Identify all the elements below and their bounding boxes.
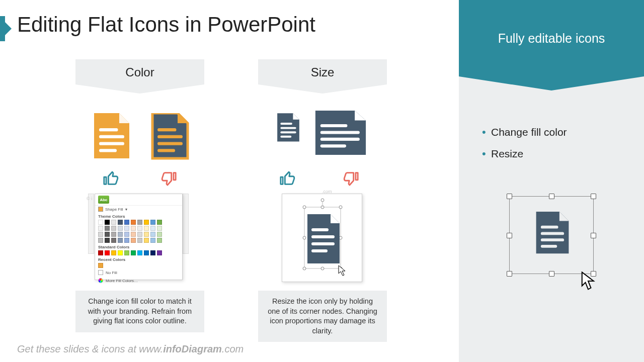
svg-rect-15 xyxy=(320,144,346,147)
paint-bucket-icon xyxy=(98,207,103,212)
svg-rect-32 xyxy=(541,232,564,235)
resize-handle-icon xyxy=(507,271,512,277)
svg-rect-13 xyxy=(320,131,360,134)
column-header-color: Color xyxy=(75,59,204,84)
svg-rect-6 xyxy=(157,142,183,145)
footer-suffix: .com xyxy=(222,343,244,354)
svg-rect-4 xyxy=(157,128,177,131)
document-large-icon xyxy=(313,108,368,160)
cursor-icon xyxy=(581,272,596,291)
svg-rect-7 xyxy=(157,149,175,152)
svg-point-21 xyxy=(321,267,324,270)
accent-arrow-icon xyxy=(5,22,12,35)
footer-brand: infoDiagram xyxy=(163,343,222,354)
sidebar-title: Fully editable icons xyxy=(459,31,644,46)
svg-rect-2 xyxy=(99,142,124,145)
color-description: Change icon fill color to match it with … xyxy=(75,291,204,332)
thumbs-down-icon xyxy=(341,170,360,187)
swatch-row xyxy=(95,219,182,225)
sidebar-bullets: Change fill color Resize xyxy=(473,126,644,169)
svg-point-20 xyxy=(303,267,306,270)
swatch-row xyxy=(95,225,182,231)
swatch-row xyxy=(95,262,182,268)
accent-bar xyxy=(0,16,5,41)
no-fill-label: No Fill xyxy=(106,270,117,275)
svg-rect-28 xyxy=(311,235,335,238)
swatch-row xyxy=(95,237,182,243)
more-colors-item: More Fill Colors… xyxy=(95,277,182,285)
footer-text: Get these slides & icons at www.infoDiag… xyxy=(17,343,244,355)
resize-handle-icon xyxy=(507,194,512,199)
chevron-down-icon xyxy=(459,76,644,90)
slide: Editing Flat Icons in PowerPoint Color S… xyxy=(0,0,644,362)
document-icon xyxy=(92,113,132,161)
resize-handle-icon xyxy=(549,271,554,277)
footer-prefix: Get these slides & icons at www. xyxy=(17,343,163,354)
size-description: Resize the icon only by holding one of i… xyxy=(258,291,387,342)
shape-preview-icon: Abc xyxy=(98,196,109,204)
shape-fill-label: Shape Fill xyxy=(105,207,123,212)
document-outline-icon xyxy=(150,113,190,161)
svg-rect-0 xyxy=(99,128,118,131)
standard-colors-label: Standard Colors xyxy=(95,243,182,250)
svg-rect-12 xyxy=(320,124,348,127)
document-icon xyxy=(534,210,571,258)
svg-point-19 xyxy=(339,206,342,209)
svg-point-17 xyxy=(303,206,306,209)
list-item: Resize xyxy=(482,147,644,160)
thumbs-up-icon xyxy=(102,170,121,187)
column-header-size: Size xyxy=(258,59,387,84)
svg-rect-33 xyxy=(541,238,564,241)
list-item: Change fill color xyxy=(482,126,644,138)
selection-box xyxy=(509,196,594,274)
svg-point-23 xyxy=(303,236,306,239)
svg-rect-3 xyxy=(99,149,117,152)
resize-handle-icon xyxy=(591,233,596,238)
svg-rect-9 xyxy=(280,127,296,129)
chevron-down-icon: ▾ xyxy=(125,207,127,212)
svg-rect-34 xyxy=(541,245,557,248)
shape-fill-panel: Abc Shape Fill ▾ Theme Colors Standard C… xyxy=(95,194,183,280)
color-wheel-icon xyxy=(98,278,103,283)
svg-rect-31 xyxy=(541,226,558,229)
svg-rect-1 xyxy=(99,135,124,138)
ribbon-fragment xyxy=(88,194,94,254)
svg-rect-30 xyxy=(311,249,328,252)
resize-handle-icon xyxy=(549,194,554,199)
swatch-row xyxy=(95,231,182,237)
page-title: Editing Flat Icons in PowerPoint xyxy=(17,13,315,37)
shape-fill-dropdown: Shape Fill ▾ xyxy=(95,206,182,213)
more-colors-label: More Fill Colors… xyxy=(106,279,138,283)
svg-rect-11 xyxy=(280,136,291,138)
no-fill-icon xyxy=(98,270,103,275)
svg-rect-27 xyxy=(311,228,329,231)
svg-rect-8 xyxy=(280,123,292,125)
thumbs-down-icon xyxy=(159,170,178,187)
recent-colors-label: Recent Colors xyxy=(95,256,182,262)
selected-document-icon xyxy=(282,194,363,283)
resize-illustration xyxy=(282,194,362,282)
document-small-icon xyxy=(276,113,301,143)
resize-handle-icon xyxy=(591,194,596,199)
chevron-down-icon xyxy=(258,84,387,94)
watermark: © i xyxy=(87,196,92,201)
thumbs-up-icon xyxy=(278,170,297,187)
chevron-down-icon xyxy=(75,84,204,94)
resize-handle-icon xyxy=(507,233,512,238)
theme-colors-label: Theme Colors xyxy=(95,213,182,219)
svg-rect-5 xyxy=(157,135,183,138)
svg-rect-29 xyxy=(311,242,335,245)
swatch-row xyxy=(95,250,182,256)
svg-rect-10 xyxy=(280,131,296,133)
no-fill-item: No Fill xyxy=(95,268,182,277)
panel-header: Abc xyxy=(95,194,182,206)
svg-rect-14 xyxy=(320,138,360,141)
ribbon-fragment xyxy=(183,194,189,254)
